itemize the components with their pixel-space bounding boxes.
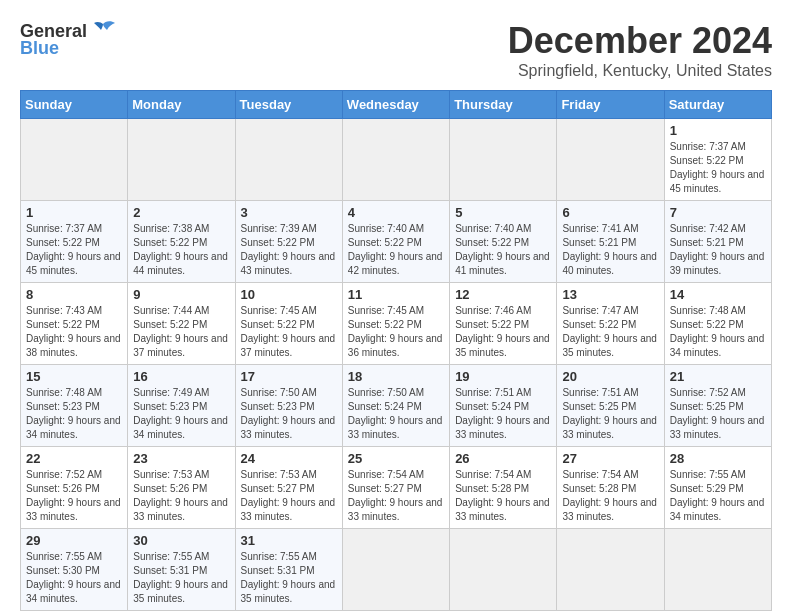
table-row: 13Sunrise: 7:47 AMSunset: 5:22 PMDayligh…: [557, 283, 664, 365]
day-info: Sunrise: 7:48 AMSunset: 5:23 PMDaylight:…: [26, 386, 122, 442]
calendar-week-row: 22Sunrise: 7:52 AMSunset: 5:26 PMDayligh…: [21, 447, 772, 529]
table-row: 2Sunrise: 7:38 AMSunset: 5:22 PMDaylight…: [128, 201, 235, 283]
calendar-week-row: 1Sunrise: 7:37 AMSunset: 5:22 PMDaylight…: [21, 119, 772, 201]
table-row: 12Sunrise: 7:46 AMSunset: 5:22 PMDayligh…: [450, 283, 557, 365]
location-subtitle: Springfield, Kentucky, United States: [508, 62, 772, 80]
day-number: 30: [133, 533, 229, 548]
day-info: Sunrise: 7:51 AMSunset: 5:25 PMDaylight:…: [562, 386, 658, 442]
table-row: 29Sunrise: 7:55 AMSunset: 5:30 PMDayligh…: [21, 529, 128, 611]
table-row: 24Sunrise: 7:53 AMSunset: 5:27 PMDayligh…: [235, 447, 342, 529]
day-info: Sunrise: 7:49 AMSunset: 5:23 PMDaylight:…: [133, 386, 229, 442]
day-info: Sunrise: 7:37 AMSunset: 5:22 PMDaylight:…: [26, 222, 122, 278]
day-info: Sunrise: 7:48 AMSunset: 5:22 PMDaylight:…: [670, 304, 766, 360]
col-friday: Friday: [557, 91, 664, 119]
day-info: Sunrise: 7:52 AMSunset: 5:25 PMDaylight:…: [670, 386, 766, 442]
day-number: 2: [133, 205, 229, 220]
day-info: Sunrise: 7:44 AMSunset: 5:22 PMDaylight:…: [133, 304, 229, 360]
table-row: 30Sunrise: 7:55 AMSunset: 5:31 PMDayligh…: [128, 529, 235, 611]
day-info: Sunrise: 7:47 AMSunset: 5:22 PMDaylight:…: [562, 304, 658, 360]
day-number: 26: [455, 451, 551, 466]
title-section: December 2024 Springfield, Kentucky, Uni…: [508, 20, 772, 80]
day-number: 12: [455, 287, 551, 302]
table-row: 26Sunrise: 7:54 AMSunset: 5:28 PMDayligh…: [450, 447, 557, 529]
table-row: [21, 119, 128, 201]
col-monday: Monday: [128, 91, 235, 119]
day-number: 15: [26, 369, 122, 384]
day-number: 25: [348, 451, 444, 466]
day-number: 28: [670, 451, 766, 466]
day-info: Sunrise: 7:46 AMSunset: 5:22 PMDaylight:…: [455, 304, 551, 360]
table-row: 20Sunrise: 7:51 AMSunset: 5:25 PMDayligh…: [557, 365, 664, 447]
table-row: 28Sunrise: 7:55 AMSunset: 5:29 PMDayligh…: [664, 447, 771, 529]
table-row: [128, 119, 235, 201]
table-row: 6Sunrise: 7:41 AMSunset: 5:21 PMDaylight…: [557, 201, 664, 283]
table-row: 14Sunrise: 7:48 AMSunset: 5:22 PMDayligh…: [664, 283, 771, 365]
day-info: Sunrise: 7:40 AMSunset: 5:22 PMDaylight:…: [455, 222, 551, 278]
day-number: 14: [670, 287, 766, 302]
table-row: 11Sunrise: 7:45 AMSunset: 5:22 PMDayligh…: [342, 283, 449, 365]
table-row: [342, 119, 449, 201]
day-number: 31: [241, 533, 337, 548]
col-thursday: Thursday: [450, 91, 557, 119]
day-number: 10: [241, 287, 337, 302]
table-row: [450, 529, 557, 611]
day-info: Sunrise: 7:51 AMSunset: 5:24 PMDaylight:…: [455, 386, 551, 442]
day-info: Sunrise: 7:50 AMSunset: 5:24 PMDaylight:…: [348, 386, 444, 442]
day-number: 5: [455, 205, 551, 220]
day-number: 8: [26, 287, 122, 302]
day-info: Sunrise: 7:55 AMSunset: 5:30 PMDaylight:…: [26, 550, 122, 606]
table-row: [235, 119, 342, 201]
day-number: 22: [26, 451, 122, 466]
table-row: 18Sunrise: 7:50 AMSunset: 5:24 PMDayligh…: [342, 365, 449, 447]
day-info: Sunrise: 7:55 AMSunset: 5:31 PMDaylight:…: [133, 550, 229, 606]
table-row: 10Sunrise: 7:45 AMSunset: 5:22 PMDayligh…: [235, 283, 342, 365]
day-number: 19: [455, 369, 551, 384]
calendar-header-row: Sunday Monday Tuesday Wednesday Thursday…: [21, 91, 772, 119]
day-info: Sunrise: 7:37 AMSunset: 5:22 PMDaylight:…: [670, 140, 766, 196]
day-number: 4: [348, 205, 444, 220]
day-info: Sunrise: 7:41 AMSunset: 5:21 PMDaylight:…: [562, 222, 658, 278]
day-number: 6: [562, 205, 658, 220]
table-row: 7Sunrise: 7:42 AMSunset: 5:21 PMDaylight…: [664, 201, 771, 283]
day-number: 16: [133, 369, 229, 384]
day-info: Sunrise: 7:39 AMSunset: 5:22 PMDaylight:…: [241, 222, 337, 278]
day-info: Sunrise: 7:53 AMSunset: 5:27 PMDaylight:…: [241, 468, 337, 524]
day-number: 18: [348, 369, 444, 384]
day-number: 1: [670, 123, 766, 138]
table-row: 4Sunrise: 7:40 AMSunset: 5:22 PMDaylight…: [342, 201, 449, 283]
col-saturday: Saturday: [664, 91, 771, 119]
day-info: Sunrise: 7:38 AMSunset: 5:22 PMDaylight:…: [133, 222, 229, 278]
day-info: Sunrise: 7:52 AMSunset: 5:26 PMDaylight:…: [26, 468, 122, 524]
day-info: Sunrise: 7:50 AMSunset: 5:23 PMDaylight:…: [241, 386, 337, 442]
day-info: Sunrise: 7:54 AMSunset: 5:28 PMDaylight:…: [455, 468, 551, 524]
calendar-week-row: 15Sunrise: 7:48 AMSunset: 5:23 PMDayligh…: [21, 365, 772, 447]
day-info: Sunrise: 7:40 AMSunset: 5:22 PMDaylight:…: [348, 222, 444, 278]
logo-blue-text: Blue: [20, 38, 59, 59]
table-row: [664, 529, 771, 611]
col-tuesday: Tuesday: [235, 91, 342, 119]
day-number: 24: [241, 451, 337, 466]
day-info: Sunrise: 7:54 AMSunset: 5:27 PMDaylight:…: [348, 468, 444, 524]
day-number: 27: [562, 451, 658, 466]
day-info: Sunrise: 7:55 AMSunset: 5:31 PMDaylight:…: [241, 550, 337, 606]
table-row: 27Sunrise: 7:54 AMSunset: 5:28 PMDayligh…: [557, 447, 664, 529]
day-number: 23: [133, 451, 229, 466]
col-wednesday: Wednesday: [342, 91, 449, 119]
table-row: 21Sunrise: 7:52 AMSunset: 5:25 PMDayligh…: [664, 365, 771, 447]
day-number: 3: [241, 205, 337, 220]
col-sunday: Sunday: [21, 91, 128, 119]
table-row: 1Sunrise: 7:37 AMSunset: 5:22 PMDaylight…: [21, 201, 128, 283]
calendar-table: Sunday Monday Tuesday Wednesday Thursday…: [20, 90, 772, 611]
table-row: [342, 529, 449, 611]
logo: General Blue: [20, 20, 117, 59]
table-row: 23Sunrise: 7:53 AMSunset: 5:26 PMDayligh…: [128, 447, 235, 529]
table-row: 25Sunrise: 7:54 AMSunset: 5:27 PMDayligh…: [342, 447, 449, 529]
month-title: December 2024: [508, 20, 772, 62]
day-number: 21: [670, 369, 766, 384]
table-row: [557, 529, 664, 611]
calendar-week-row: 8Sunrise: 7:43 AMSunset: 5:22 PMDaylight…: [21, 283, 772, 365]
day-info: Sunrise: 7:45 AMSunset: 5:22 PMDaylight:…: [241, 304, 337, 360]
day-info: Sunrise: 7:55 AMSunset: 5:29 PMDaylight:…: [670, 468, 766, 524]
calendar-week-row: 29Sunrise: 7:55 AMSunset: 5:30 PMDayligh…: [21, 529, 772, 611]
table-row: 3Sunrise: 7:39 AMSunset: 5:22 PMDaylight…: [235, 201, 342, 283]
